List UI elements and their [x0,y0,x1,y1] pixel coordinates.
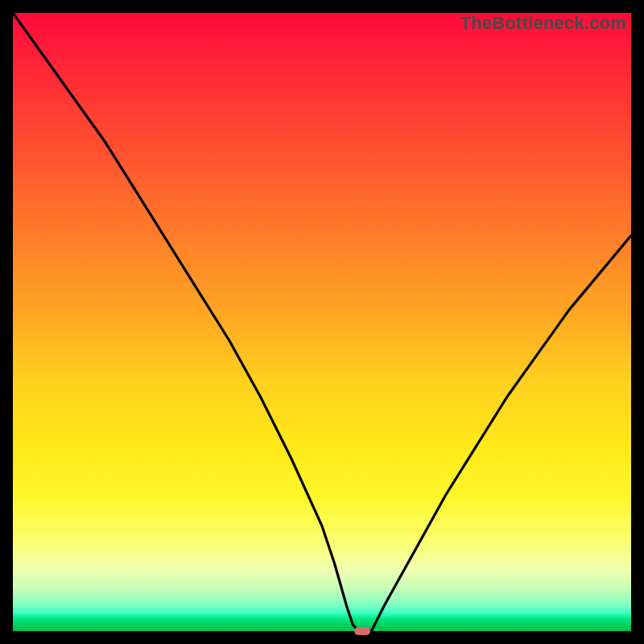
chart-frame: TheBottleneck.com [0,0,644,644]
curve-path [13,13,631,631]
bottleneck-curve [13,13,631,631]
plot-area: TheBottleneck.com [13,13,631,631]
